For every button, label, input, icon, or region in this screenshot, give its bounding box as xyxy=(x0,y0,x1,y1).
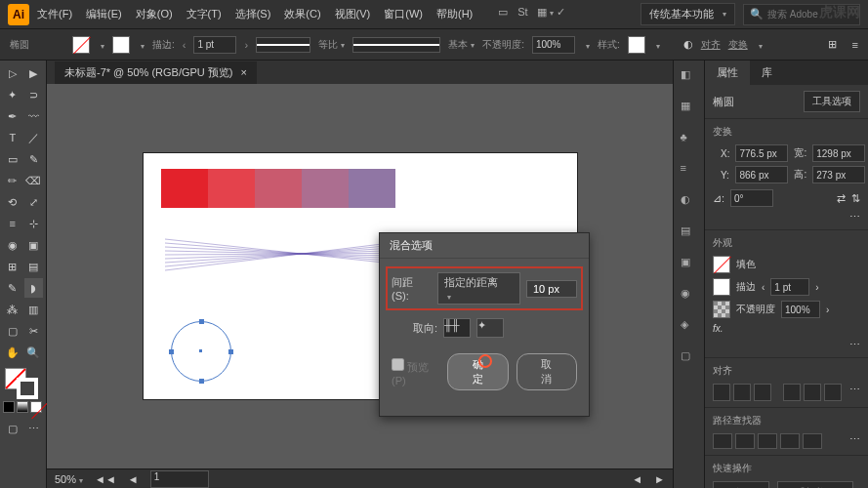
fx-label[interactable]: fx. xyxy=(713,323,723,334)
nav-prev-icon[interactable]: ◄◄ xyxy=(95,473,116,485)
column-graph-tool[interactable]: ▥ xyxy=(24,300,44,319)
gradient-panel-icon[interactable]: ▤ xyxy=(681,224,698,242)
tab-libraries[interactable]: 库 xyxy=(750,61,784,85)
symbol-sprayer-tool[interactable]: ⁂ xyxy=(3,300,22,319)
doc-setup-icon[interactable]: ▭ xyxy=(498,6,516,23)
zoom-level[interactable]: 50% xyxy=(55,473,83,485)
opacity-dropdown[interactable] xyxy=(583,39,590,51)
graphic-styles-icon[interactable]: St xyxy=(517,6,535,23)
curvature-tool[interactable]: 〰 xyxy=(24,106,44,126)
panel-opacity-swatch[interactable] xyxy=(713,301,730,318)
orient-page-btn[interactable]: ╫╫ xyxy=(443,318,471,338)
hand-tool[interactable]: ✋ xyxy=(3,343,22,362)
pf-unite[interactable] xyxy=(713,433,732,449)
stroke-swatch[interactable] xyxy=(112,36,130,54)
menu-object[interactable]: 对象(O) xyxy=(130,3,179,25)
stroke-dropdown[interactable] xyxy=(138,39,145,51)
scroll-right-icon[interactable]: ► xyxy=(654,473,665,485)
pen-tool[interactable]: ✒ xyxy=(3,106,22,126)
pf-minus[interactable] xyxy=(735,433,755,449)
menu-window[interactable]: 窗口(W) xyxy=(378,3,429,25)
pf-intersect[interactable] xyxy=(758,433,777,449)
cancel-button[interactable]: 取消 xyxy=(517,353,577,390)
fill-dropdown[interactable] xyxy=(98,39,104,51)
brush-def[interactable] xyxy=(352,37,440,53)
nav-next-icon[interactable]: ◄ xyxy=(128,473,139,485)
stroke-profile[interactable] xyxy=(256,37,310,53)
orient-path-btn[interactable]: ✦ xyxy=(476,318,504,338)
slice-tool[interactable]: ✂ xyxy=(24,321,44,341)
swatches-panel-icon[interactable]: ▦ xyxy=(681,100,698,117)
eyedropper-tool[interactable]: ✎ xyxy=(3,278,22,298)
eraser-tool[interactable]: ⌫ xyxy=(24,171,44,190)
x-input[interactable] xyxy=(735,144,788,162)
share-icon[interactable]: ✓ xyxy=(557,6,574,23)
options-icon[interactable]: ≡ xyxy=(852,39,858,51)
scale-tool[interactable]: ⤢ xyxy=(24,192,44,212)
symbols-panel-icon[interactable]: ≡ xyxy=(681,162,698,180)
tab-properties[interactable]: 属性 xyxy=(705,61,750,85)
align-bottom[interactable] xyxy=(824,384,842,401)
blend-tool[interactable]: ◗ xyxy=(24,278,44,298)
type-tool[interactable]: T xyxy=(3,128,22,147)
pf-exclude[interactable] xyxy=(780,433,800,449)
menu-effect[interactable]: 效果(C) xyxy=(278,3,326,25)
pf-more-icon[interactable]: ⋯ xyxy=(849,433,860,449)
layers-panel-icon[interactable]: ◈ xyxy=(681,318,698,336)
flip-v-icon[interactable]: ⇅ xyxy=(851,192,860,205)
w-input[interactable] xyxy=(812,144,865,162)
arrange-icon[interactable]: ▦ xyxy=(537,6,555,23)
angle-input[interactable] xyxy=(730,189,773,207)
lasso-tool[interactable]: ⊃ xyxy=(24,85,44,104)
h-input[interactable] xyxy=(812,166,865,183)
panel-opacity-input[interactable] xyxy=(781,301,820,318)
document-tab[interactable]: 未标题-7* @ 50% (RGB/GPU 预览) × xyxy=(55,61,257,84)
close-tab-icon[interactable]: × xyxy=(241,66,247,78)
style-dropdown[interactable] xyxy=(653,39,660,51)
perspective-tool[interactable]: ▣ xyxy=(24,235,44,255)
menu-text[interactable]: 文字(T) xyxy=(181,3,227,25)
flip-h-icon[interactable]: ⇄ xyxy=(837,192,846,205)
mesh-tool[interactable]: ⊞ xyxy=(3,257,22,276)
menu-edit[interactable]: 编辑(E) xyxy=(80,3,128,25)
scroll-left-icon[interactable]: ◄ xyxy=(632,473,642,485)
panel-stroke-input[interactable] xyxy=(770,278,809,296)
align-link[interactable]: 对齐 xyxy=(701,38,721,52)
spacing-value-input[interactable] xyxy=(526,280,577,298)
transform-link[interactable]: 变换 xyxy=(728,38,748,52)
transparency-panel-icon[interactable]: ▣ xyxy=(681,256,698,273)
y-input[interactable] xyxy=(735,166,788,183)
menu-view[interactable]: 视图(V) xyxy=(329,3,377,25)
preview-checkbox[interactable]: 预览 (P) xyxy=(392,358,441,386)
menu-file[interactable]: 文件(F) xyxy=(31,3,78,25)
direct-selection-tool[interactable]: ▶ xyxy=(24,63,44,83)
magic-wand-tool[interactable]: ✦ xyxy=(3,85,22,104)
basic-label[interactable]: 基本 xyxy=(448,38,475,52)
reference-point[interactable] xyxy=(713,144,715,168)
shape-builder-tool[interactable]: ◉ xyxy=(3,235,22,255)
appearance-more-icon[interactable]: ⋯ xyxy=(849,339,860,350)
rectangle-tool[interactable]: ▭ xyxy=(3,149,22,169)
opacity-input[interactable] xyxy=(532,36,575,54)
align-left[interactable] xyxy=(713,384,730,401)
panel-stroke-swatch[interactable] xyxy=(713,278,730,296)
width-tool[interactable]: ≡ xyxy=(3,214,22,233)
spacing-mode-select[interactable]: 指定的距离 xyxy=(437,272,520,305)
artboard-nav[interactable]: 1 xyxy=(150,470,209,488)
gradient-tool[interactable]: ▤ xyxy=(24,257,44,276)
panel-fill-swatch[interactable] xyxy=(713,256,730,273)
zoom-tool[interactable]: 🔍 xyxy=(24,343,44,362)
artboard-tool[interactable]: ▢ xyxy=(3,321,22,341)
stroke-weight-input[interactable] xyxy=(193,36,236,54)
color-controls[interactable] xyxy=(3,368,43,397)
paintbrush-tool[interactable]: ✎ xyxy=(24,149,44,169)
align-more-icon[interactable]: ⋯ xyxy=(849,384,860,401)
recolor-icon[interactable]: ◐ xyxy=(683,38,693,51)
screen-mode-tool[interactable]: ▢ xyxy=(3,419,22,438)
color-panel-icon[interactable]: ◧ xyxy=(681,68,698,86)
brushes-panel-icon[interactable]: ♣ xyxy=(681,131,698,148)
shaper-tool[interactable]: ✏ xyxy=(3,171,22,190)
more-options-icon[interactable]: ⋯ xyxy=(849,211,860,223)
style-swatch[interactable] xyxy=(628,36,645,54)
align-hcenter[interactable] xyxy=(733,384,751,401)
